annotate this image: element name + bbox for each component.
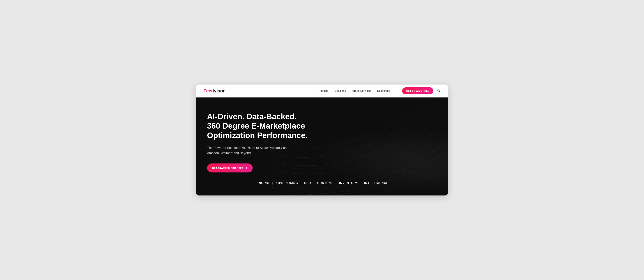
separator-3: | bbox=[314, 181, 316, 184]
nav-item-solutions[interactable]: Solutions bbox=[335, 89, 346, 92]
keyword-content: CONTENT bbox=[317, 181, 333, 184]
nav-links: Products Solutions Brand Services Resour… bbox=[318, 89, 434, 92]
separator-2: | bbox=[300, 181, 303, 184]
hero-cta-button[interactable]: GET STARTED FOR FREE ↗ bbox=[207, 163, 253, 172]
svg-line-1 bbox=[440, 92, 440, 92]
nav-item-products[interactable]: Products bbox=[318, 89, 328, 92]
nav-link-products[interactable]: Products bbox=[318, 89, 328, 92]
separator-1: | bbox=[272, 181, 274, 184]
nav-link-solutions[interactable]: Solutions bbox=[335, 89, 346, 92]
logo-part2: visor bbox=[214, 88, 225, 94]
keyword-seo: SEO bbox=[304, 181, 311, 184]
brand-logo[interactable]: Feedvisor bbox=[204, 88, 224, 94]
hero-cta-arrow-icon: ↗ bbox=[244, 166, 248, 170]
hero-headline: AI-Driven. Data-Backed. 360 Degree E-Mar… bbox=[207, 112, 329, 140]
keyword-intelligence: INTELLIGENCE bbox=[364, 181, 388, 184]
hero-section: AI-Driven. Data-Backed. 360 Degree E-Mar… bbox=[196, 98, 448, 196]
keyword-advertising: ADVERTISING bbox=[276, 181, 298, 184]
nav-item-brand-services[interactable]: Brand Services bbox=[352, 89, 371, 92]
separator-4: | bbox=[336, 181, 338, 184]
nav-cta-button[interactable]: GET 14 DAYS FREE bbox=[402, 87, 434, 94]
hero-content: AI-Driven. Data-Backed. 360 Degree E-Mar… bbox=[207, 112, 329, 173]
nav-item-resources[interactable]: Resources bbox=[377, 89, 390, 92]
navbar: Feedvisor Products Solutions Brand Servi… bbox=[196, 85, 448, 98]
hero-headline-line2: 360 Degree E-Marketplace Optimization Pe… bbox=[207, 121, 308, 140]
hero-subheadline: The Powerful Solutions You Need to Scale… bbox=[207, 145, 297, 156]
keyword-pricing: PRICING bbox=[256, 181, 269, 184]
hero-bottom: PRICING | ADVERTISING | SEO | CONTENT | … bbox=[207, 172, 437, 185]
nav-link-resources[interactable]: Resources bbox=[377, 89, 390, 92]
nav-link-brand-services[interactable]: Brand Services bbox=[352, 89, 371, 92]
logo-part1: Feed bbox=[204, 88, 214, 94]
hero-keywords: PRICING | ADVERTISING | SEO | CONTENT | … bbox=[207, 181, 437, 185]
nav-cta-item[interactable]: GET 14 DAYS FREE bbox=[396, 89, 434, 92]
search-icon[interactable] bbox=[437, 89, 440, 93]
separator-5: | bbox=[361, 181, 363, 184]
hero-headline-line1: AI-Driven. Data-Backed. bbox=[207, 112, 297, 121]
browser-window: Feedvisor Products Solutions Brand Servi… bbox=[196, 85, 448, 196]
hero-cta-label: GET STARTED FOR FREE bbox=[212, 167, 244, 169]
keyword-inventory: INVENTORY bbox=[339, 181, 358, 184]
